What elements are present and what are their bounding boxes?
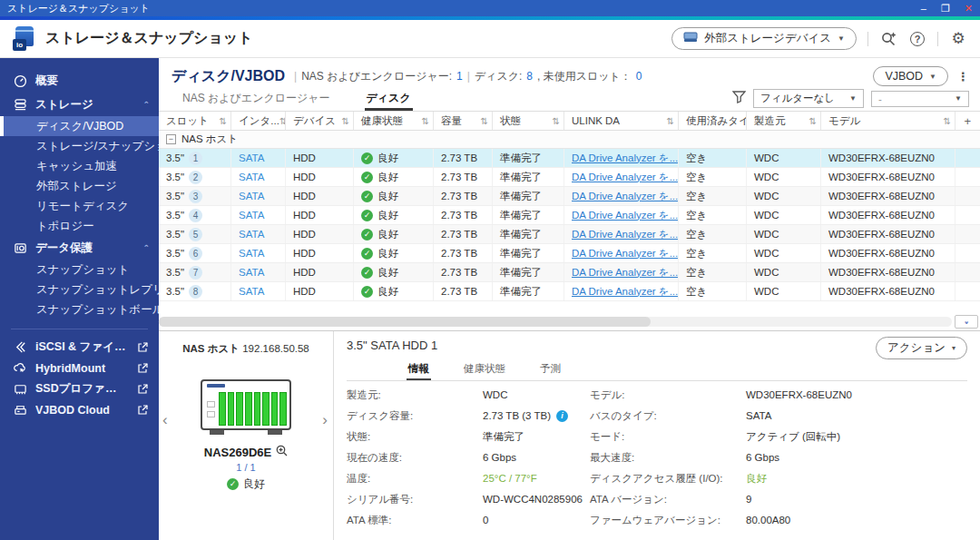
scrollbar-thumb[interactable] (159, 317, 651, 327)
sort-icon[interactable]: ⇅ (342, 116, 349, 126)
sort-icon[interactable]: ⇅ (422, 116, 429, 126)
interface-link[interactable]: SATA (231, 168, 286, 186)
sidebar-section-storage[interactable]: ストレージ ⌃ (0, 93, 159, 116)
column-header-status[interactable]: 状態⇅ (493, 112, 564, 130)
ulink-da-link[interactable]: DA Drive Analyzer を... (564, 206, 679, 224)
sidebar-subitem-storage[interactable]: キャッシュ加速 (0, 156, 159, 176)
carousel-prev-icon[interactable]: ‹ (162, 411, 168, 429)
sidebar-section-data-protection[interactable]: データ保護 ⌃ (0, 236, 159, 260)
magnifier-sparkle-icon[interactable] (879, 30, 897, 48)
ulink-da-link[interactable]: DA Drive Analyzer を... (564, 282, 679, 300)
column-header-manufacturer[interactable]: 製造元⇅ (747, 112, 821, 130)
column-header-ulink[interactable]: ULINK DA⇅ (564, 112, 679, 130)
sidebar-item-hybridmount[interactable]: HybridMount (0, 358, 159, 378)
sidebar-subitem-storage[interactable]: ストレージ/スナップショ... (0, 136, 159, 156)
disk-table-row[interactable]: 3.5"8 SATA HDD ✓良好 2.73 TB 準備完了 DA Drive… (159, 282, 980, 301)
info-icon[interactable]: i (556, 410, 568, 422)
ata-version-value: 9 (746, 489, 967, 510)
column-header-health[interactable]: 健康状態⇅ (354, 112, 434, 130)
slot-size: 3.5" (166, 172, 184, 182)
sort-icon[interactable]: ⇅ (944, 116, 951, 126)
disk-table-row[interactable]: 3.5"1 SATA HDD ✓良好 2.73 TB 準備完了 DA Drive… (159, 149, 980, 168)
sidebar-subitem-storage[interactable]: ディスク/VJBOD (0, 116, 159, 136)
interface-link[interactable]: SATA (231, 263, 286, 281)
ulink-da-link[interactable]: DA Drive Analyzer を... (564, 149, 679, 167)
filter-select[interactable]: フィルターなし ▼ (753, 89, 864, 108)
ulink-da-link[interactable]: DA Drive Analyzer を... (564, 187, 679, 205)
zoom-in-icon[interactable] (276, 445, 288, 459)
settings-gear-icon[interactable]: ⚙ (949, 30, 967, 48)
column-header-capacity[interactable]: 容量⇅ (434, 112, 493, 130)
maximize-button[interactable]: ❐ (941, 0, 950, 16)
action-button[interactable]: アクション ▾ (876, 337, 967, 359)
tab-health[interactable]: 健康状態 (462, 360, 507, 380)
sidebar-subitem-storage[interactable]: リモートディスク (0, 196, 159, 216)
disk-table-row[interactable]: 3.5"4 SATA HDD ✓良好 2.73 TB 準備完了 DA Drive… (159, 206, 980, 225)
interface-link[interactable]: SATA (231, 187, 286, 205)
interface-link[interactable]: SATA (231, 149, 286, 167)
device-type: HDD (286, 206, 354, 224)
storage-stack-icon (13, 97, 27, 112)
sidebar-item-ssd-profiling[interactable]: SSDプロファイリン... (0, 378, 159, 399)
minimize-button[interactable]: – (921, 0, 926, 16)
close-button[interactable]: ✕ (965, 0, 973, 16)
sidebar-subitem-protection[interactable]: スナップショット (0, 260, 159, 280)
interface-link[interactable]: SATA (231, 225, 286, 243)
ulink-da-link[interactable]: DA Drive Analyzer を... (564, 244, 679, 262)
sidebar-item-iscsi-fibre[interactable]: iSCSI & ファイバー... (0, 337, 159, 358)
sort-icon[interactable]: ⇅ (553, 116, 560, 126)
sort-icon[interactable]: ⇅ (667, 116, 674, 126)
disk-table-row[interactable]: 3.5"6 SATA HDD ✓良好 2.73 TB 準備完了 DA Drive… (159, 244, 980, 263)
filter-funnel-icon[interactable] (732, 91, 746, 106)
sort-icon[interactable]: ⇅ (220, 116, 227, 126)
sidebar-subitem-storage[interactable]: トポロジー (0, 216, 159, 236)
sidebar-subitem-protection[interactable]: スナップショットボールト (0, 299, 159, 319)
healthy-check-icon: ✓ (361, 229, 373, 241)
column-header-used-type[interactable]: 使用済みタイ... (679, 112, 747, 130)
nas-illustration[interactable] (201, 379, 291, 430)
interface-link[interactable]: SATA (231, 282, 286, 300)
scrollbar-track[interactable] (159, 317, 952, 327)
disk-table-row[interactable]: 3.5"2 SATA HDD ✓良好 2.73 TB 準備完了 DA Drive… (159, 168, 980, 187)
external-storage-device-button[interactable]: 外部ストレージデバイス ▼ (671, 27, 857, 50)
ulink-da-link[interactable]: DA Drive Analyzer を... (564, 225, 679, 243)
column-header-model[interactable]: モデル⇅ (821, 112, 956, 130)
healthy-check-icon: ✓ (361, 172, 373, 183)
sidebar-item-overview[interactable]: 概要 (0, 69, 159, 93)
collapse-group-icon[interactable]: − (166, 134, 176, 144)
sidebar-subitem-protection[interactable]: スナップショットレプリカ (0, 280, 159, 299)
ulink-da-link[interactable]: DA Drive Analyzer を... (564, 263, 679, 281)
sort-icon[interactable]: ⇅ (809, 116, 817, 126)
tab-prediction[interactable]: 予測 (538, 360, 563, 380)
column-header-slot[interactable]: スロット⇅ (159, 112, 231, 130)
chevron-down-icon: ▾ (952, 344, 956, 352)
disk-table-row[interactable]: 3.5"5 SATA HDD ✓良好 2.73 TB 準備完了 DA Drive… (159, 225, 980, 244)
slot-number-badge: 4 (189, 209, 202, 222)
tab-info[interactable]: 情報 (407, 360, 431, 380)
sidebar-item-vjbod-cloud[interactable]: VJBOD Cloud (0, 399, 159, 420)
column-header-device[interactable]: デバイス⇅ (286, 112, 354, 130)
ulink-da-link[interactable]: DA Drive Analyzer を... (564, 168, 679, 186)
more-options-icon[interactable]: ⋮ (957, 70, 969, 83)
interface-link[interactable]: SATA (231, 206, 286, 224)
ssd-icon (13, 382, 27, 397)
sort-icon[interactable]: ⇅ (481, 116, 488, 126)
column-header-interface[interactable]: インタ...⇅ (231, 112, 286, 130)
vjbod-button[interactable]: VJBOD ▼ (873, 66, 948, 86)
filter-select-secondary[interactable]: - ▼ (871, 91, 969, 107)
add-column-button[interactable]: + (956, 112, 980, 130)
disk-table-row[interactable]: 3.5"7 SATA HDD ✓良好 2.73 TB 準備完了 DA Drive… (159, 263, 980, 282)
disk-table-row[interactable]: 3.5"3 SATA HDD ✓良好 2.73 TB 準備完了 DA Drive… (159, 187, 980, 206)
mode-value: アクティブ (回転中) (746, 427, 967, 447)
collapse-panel-button[interactable]: ⌄⌄ (955, 315, 978, 329)
tab-nas-enclosure[interactable]: NAS およびエンクロージャー (181, 87, 332, 111)
sort-icon[interactable]: ⇅ (279, 116, 286, 126)
serial-number-value: WD-WCC4N0285906 (483, 489, 590, 510)
carousel-next-icon[interactable]: › (322, 411, 328, 429)
interface-link[interactable]: SATA (231, 244, 286, 262)
help-icon[interactable]: ? (908, 30, 926, 48)
page-header: ディスク/VJBOD | NAS およびエンクロージャー:1 | ディスク:8 … (159, 58, 980, 89)
sidebar-subitem-storage[interactable]: 外部ストレージ (0, 176, 159, 196)
device-type: HDD (286, 149, 354, 167)
tab-disk[interactable]: ディスク (365, 87, 413, 111)
